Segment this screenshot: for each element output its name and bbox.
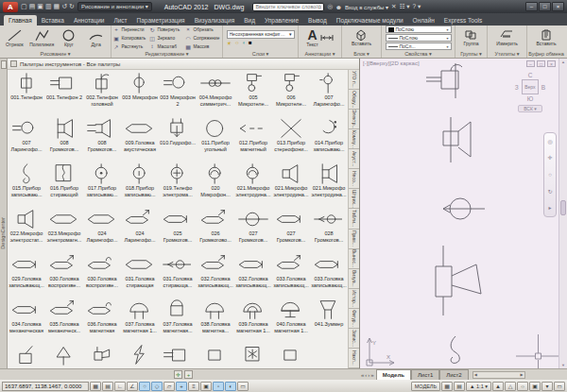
palette-item[interactable]: 020 Микрофон... bbox=[197, 161, 234, 206]
palette-item[interactable]: 021.Микрофо электродина... bbox=[234, 161, 272, 206]
palette-item[interactable]: 004.Микрофо симметрич... bbox=[197, 70, 234, 115]
panel-caption-layers[interactable]: Слои ▾ bbox=[223, 50, 298, 58]
palette-item[interactable]: 032.Головка записывающ... bbox=[234, 251, 272, 297]
ortho-toggle[interactable]: ∟ bbox=[114, 382, 126, 391]
horizontal-scrollbar[interactable]: ◀▶ bbox=[472, 371, 525, 379]
palette-item[interactable] bbox=[121, 342, 159, 368]
viewcube-south[interactable]: Ю bbox=[508, 95, 552, 102]
entity-mech-head[interactable] bbox=[436, 246, 481, 315]
search-input[interactable] bbox=[252, 3, 324, 11]
viewcube[interactable]: С З Верх В Ю ВСК ▾ bbox=[508, 72, 552, 112]
palette-item[interactable]: 001.Телефон 2 bbox=[45, 70, 83, 115]
viewcube-east[interactable]: В bbox=[541, 84, 545, 91]
polar-toggle[interactable]: ∠ bbox=[127, 382, 138, 391]
palette-item[interactable] bbox=[159, 342, 197, 368]
layout-tab-Модель[interactable]: Модель bbox=[376, 369, 411, 380]
palette-group-tab[interactable]: Электр... bbox=[349, 110, 359, 129]
palette-item[interactable]: 021.Микрофо электродина... bbox=[272, 161, 310, 206]
wcs-dropdown[interactable]: ВСК ▾ bbox=[518, 105, 542, 112]
layout-icon[interactable]: ▤ bbox=[454, 382, 465, 391]
tpy-toggle[interactable]: ▣ bbox=[200, 382, 212, 391]
ribbon-tab-online[interactable]: Онлайн bbox=[408, 15, 439, 26]
snap-toggle[interactable]: ▦ bbox=[90, 382, 101, 391]
palette-item[interactable]: 034.Головка механическая bbox=[8, 297, 45, 342]
annotation-visibility-icon[interactable]: ▲ bbox=[492, 382, 504, 391]
palette-item[interactable]: 008 Громкогов... bbox=[45, 115, 83, 161]
layout-tab-Лист2[interactable]: Лист2 bbox=[439, 369, 468, 380]
layer-color-icon[interactable]: ■ bbox=[249, 40, 252, 46]
tray-button-1[interactable]: ✛ bbox=[174, 370, 182, 379]
grid-toggle[interactable]: ▤ bbox=[102, 382, 113, 391]
ribbon-tab-express[interactable]: Express Tools bbox=[439, 15, 487, 26]
palette-properties-icon[interactable] bbox=[10, 60, 17, 67]
panel-caption-block[interactable]: Блок ▾ bbox=[342, 50, 381, 58]
fillet-button[interactable]: ◠Сопряжение bbox=[185, 34, 221, 42]
undo-icon[interactable]: ↺ bbox=[61, 1, 67, 12]
palette-group-tab[interactable]: Комму... bbox=[349, 129, 359, 149]
entity-dynamic-mic-arrow[interactable] bbox=[443, 205, 485, 213]
annotation-scale-button[interactable]: ▲ 1:1 ▾ bbox=[466, 382, 491, 391]
palette-item[interactable]: 025 Громкогов... bbox=[159, 206, 197, 251]
palette-item[interactable]: 021.Микрофо электродина... bbox=[310, 161, 348, 206]
workspace-switch-icon[interactable]: ☼ bbox=[517, 382, 528, 391]
palette-group-tab[interactable]: Истор... bbox=[349, 289, 359, 309]
steering-wheel-icon[interactable]: ◎ bbox=[547, 139, 552, 145]
panel-caption-properties[interactable]: Свойства ▾ bbox=[382, 50, 455, 58]
scroll-right-icon[interactable]: ▶ bbox=[521, 372, 524, 377]
panel-caption-utilities[interactable]: Утилиты ▾ bbox=[488, 50, 526, 58]
sc-toggle[interactable]: ◐ bbox=[225, 382, 236, 391]
viewcube-face[interactable]: Верх bbox=[522, 79, 539, 94]
arc-button[interactable]: Дуга bbox=[83, 29, 109, 47]
dimension-icon[interactable] bbox=[320, 32, 334, 43]
palette-item[interactable]: 019.Телефо электрома... bbox=[159, 161, 197, 206]
palette-item[interactable]: 029.Головка записывающ... bbox=[8, 251, 45, 297]
layout-tab-Лист1[interactable]: Лист1 bbox=[411, 369, 439, 380]
plot-icon[interactable]: ▦ bbox=[54, 1, 60, 12]
palette-item[interactable]: 040.Головка магнитная 1... bbox=[272, 297, 310, 342]
palette-item[interactable] bbox=[234, 342, 272, 368]
mirror-button[interactable]: ◫Зеркало bbox=[149, 34, 185, 42]
ribbon-tab-output[interactable]: Вывод bbox=[303, 15, 332, 26]
next-tab-icon[interactable]: › bbox=[368, 372, 369, 378]
copy-button[interactable]: ▣Копировать bbox=[113, 34, 149, 42]
first-tab-icon[interactable]: « bbox=[361, 372, 364, 378]
palette-item[interactable]: 011.Прибор угольный bbox=[197, 115, 234, 161]
viewcube-north[interactable]: С bbox=[508, 72, 552, 78]
signin-button[interactable]: Вход в службы ▾ bbox=[345, 4, 388, 10]
zoom-icon[interactable]: ○ bbox=[548, 172, 552, 178]
palette-item[interactable]: 018.Прибор записываю... bbox=[121, 161, 159, 206]
palette-item[interactable]: 026 Громкогово... bbox=[197, 206, 234, 251]
palette-group-tab[interactable]: Табли... bbox=[349, 209, 359, 229]
scale-button[interactable]: ↕Масштаб bbox=[149, 43, 185, 50]
palette-item[interactable]: 031.Головка стирающа... bbox=[159, 251, 197, 297]
scrollbar-thumb[interactable] bbox=[560, 200, 566, 215]
redo-icon[interactable]: ↻ bbox=[69, 1, 75, 12]
palette-item[interactable]: 035.Головка механическ... bbox=[45, 297, 83, 342]
palette-item[interactable]: 010.Гидрофо... bbox=[159, 115, 197, 161]
sun-icon[interactable]: ☼ bbox=[234, 40, 240, 46]
insert-block-button[interactable]: Вставить bbox=[352, 29, 371, 46]
palette-item[interactable]: 039.Головка магнитная 1... bbox=[234, 297, 272, 342]
ribbon-tab-view[interactable]: Вид bbox=[239, 15, 260, 26]
palette-item[interactable]: 023.Микрофо электромагн... bbox=[45, 206, 83, 251]
entity-speaker[interactable] bbox=[443, 117, 471, 162]
search-icon[interactable]: ◎ bbox=[327, 3, 333, 10]
measure-button[interactable]: Измерить bbox=[496, 29, 518, 46]
orbit-icon[interactable]: ↻ bbox=[547, 189, 552, 195]
entity-headset[interactable] bbox=[426, 63, 462, 98]
palette-item[interactable]: 032.Головка записывающ... bbox=[197, 251, 234, 297]
palette-item[interactable]: 027 Громкогов... bbox=[234, 206, 272, 251]
scroll-down-icon[interactable]: ▼ bbox=[559, 363, 567, 367]
scroll-left-icon[interactable]: ◀ bbox=[474, 372, 477, 377]
object-color-dropdown[interactable]: ПоСлою▾ bbox=[386, 26, 452, 33]
dyn-toggle[interactable]: + bbox=[176, 382, 187, 391]
lineweight-dropdown[interactable]: ПоСл...▾ bbox=[386, 43, 452, 50]
group-button[interactable]: Группа bbox=[464, 29, 479, 46]
community-icon[interactable]: ☷ ▾ bbox=[400, 3, 410, 10]
ribbon-tab-home[interactable]: Главная bbox=[4, 15, 37, 26]
move-button[interactable]: +Перенести bbox=[113, 26, 149, 33]
palette-item[interactable]: 014.Прибор записываю... bbox=[310, 115, 348, 161]
palette-item[interactable]: 012.Прибор магнитный bbox=[234, 115, 272, 161]
last-tab-icon[interactable]: » bbox=[370, 372, 373, 378]
palette-item[interactable]: 008 Громкогов... bbox=[83, 115, 121, 161]
